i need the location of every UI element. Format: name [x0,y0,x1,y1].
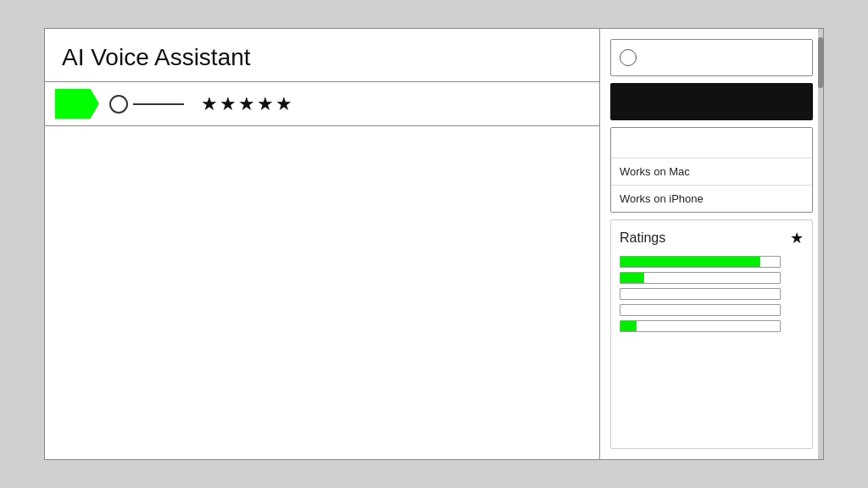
ratings-title: Ratings [620,230,665,246]
title-area: AI Voice Assistant [45,29,599,82]
content-area [45,126,599,459]
rating-bar-5 [620,320,804,332]
rating-bar-2 [620,272,804,284]
circle-icon [109,95,128,114]
app-window: AI Voice Assistant ★ ★ ★ ★ ★ [44,28,824,460]
ratings-header: Ratings ★ [620,229,804,247]
bar-track-4 [620,304,781,316]
works-on-iphone-row: Works on iPhone [611,186,812,212]
line-placeholder [133,103,184,105]
search-input-field[interactable] [610,39,813,76]
star-3: ★ [238,93,255,115]
bar-fill-2 [620,273,644,283]
compatibility-box: Works on Mac Works on iPhone [610,127,813,213]
bar-track-5 [620,320,781,332]
star-4: ★ [257,93,274,115]
input-circle-icon [620,49,637,66]
bar-fill-5 [620,321,637,331]
ratings-star-icon: ★ [790,229,804,247]
star-2: ★ [220,93,236,115]
bar-track-3 [620,288,781,300]
left-column: AI Voice Assistant ★ ★ ★ ★ ★ [45,29,600,459]
circle-line-group [109,95,184,114]
rating-bar-1 [620,256,804,268]
info-row-empty [611,128,812,158]
ratings-section: Ratings ★ [610,219,813,449]
bar-fill-1 [620,257,760,267]
action-button[interactable] [610,83,813,120]
flag-icon [55,89,99,119]
bar-track-2 [620,272,781,284]
main-layout: AI Voice Assistant ★ ★ ★ ★ ★ [45,29,823,459]
right-column: Works on Mac Works on iPhone Ratings ★ [600,29,823,459]
scrollbar-thumb[interactable] [818,37,823,88]
stars-group: ★ ★ ★ ★ ★ [201,93,292,115]
toolbar-row: ★ ★ ★ ★ ★ [45,82,599,126]
rating-bar-4 [620,304,804,316]
works-on-mac-row: Works on Mac [611,158,812,186]
star-1: ★ [201,93,218,115]
star-5: ★ [275,93,292,115]
rating-bar-3 [620,288,804,300]
scrollbar[interactable] [818,29,823,459]
bar-track-1 [620,256,781,268]
page-title: AI Voice Assistant [62,44,582,71]
